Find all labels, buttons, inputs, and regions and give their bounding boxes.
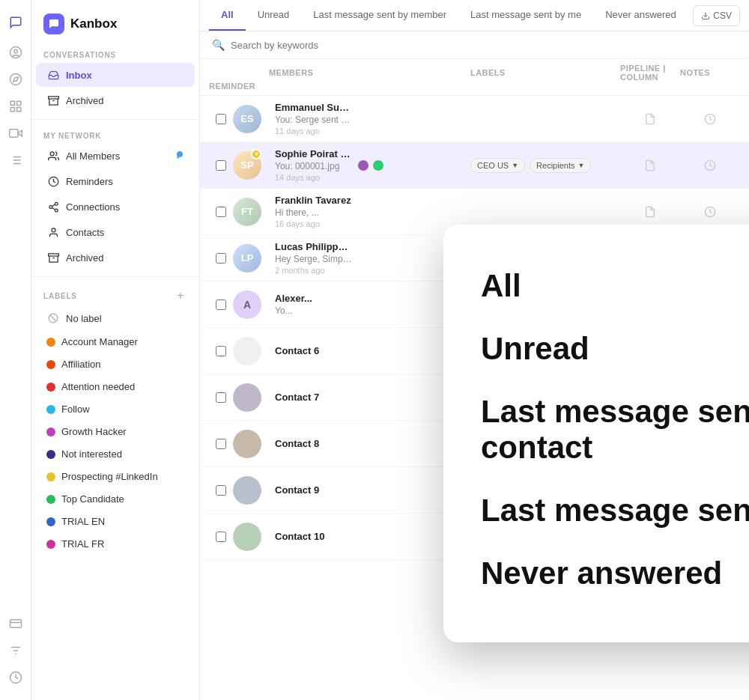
- notes-cell[interactable]: [620, 159, 680, 171]
- conv-name: Contact 9: [275, 484, 352, 496]
- sidebar-item-all-members[interactable]: All Members ✓: [36, 144, 195, 168]
- checkbox-input[interactable]: [216, 346, 226, 356]
- row-checkbox[interactable]: [209, 532, 233, 542]
- svg-rect-7: [16, 108, 20, 112]
- svg-rect-5: [16, 101, 20, 105]
- label-name: No label: [66, 313, 102, 324]
- conv-name: Contact 7: [275, 392, 352, 403]
- archived2-label: Archived: [66, 252, 104, 264]
- main-content: AllUnreadLast message sent by memberLast…: [200, 0, 749, 700]
- search-input[interactable]: [231, 40, 737, 51]
- row-checkbox[interactable]: [209, 392, 233, 403]
- row-checkbox[interactable]: [209, 253, 233, 264]
- archive-icon: [46, 94, 60, 107]
- nav-card-icon[interactable]: [4, 612, 28, 636]
- checkbox-input[interactable]: [216, 253, 226, 264]
- checkbox-input[interactable]: [216, 485, 226, 496]
- tab-never-answered[interactable]: Never answered: [593, 0, 688, 31]
- tab-last-message-sent-by-member[interactable]: Last message sent by member: [301, 0, 458, 31]
- notes-cell[interactable]: [620, 206, 680, 218]
- sidebar-item-archived[interactable]: Archived: [36, 88, 195, 112]
- checkbox-input[interactable]: [216, 114, 226, 124]
- conv-time: 2 months ago: [275, 266, 352, 275]
- conversations-section-label: CONVERSATIONS: [31, 45, 199, 62]
- tooltip-overlay: All Unread Last message sent by contact …: [443, 225, 749, 642]
- col-pipeline: Pipeline | Column: [620, 64, 680, 82]
- label-name: Affiliation: [61, 359, 101, 370]
- reminder-cell[interactable]: [680, 206, 740, 218]
- conv-preview: Hi there, ...: [275, 207, 352, 218]
- notes-cell[interactable]: [620, 113, 680, 125]
- sidebar-item-connections[interactable]: Connections: [36, 195, 195, 219]
- nav-messages-icon[interactable]: [4, 10, 28, 34]
- label-chips: [358, 160, 470, 171]
- label-dot: [46, 472, 55, 481]
- label-name: Not interested: [61, 448, 122, 460]
- label-item-follow[interactable]: Follow: [36, 398, 195, 420]
- conversation-row[interactable]: ES Emmanuel Sunyer - Scrum Master • Coac…: [200, 96, 749, 142]
- checkbox-input[interactable]: [216, 439, 226, 449]
- reminder-cell[interactable]: [680, 159, 740, 171]
- checkbox-input[interactable]: [216, 207, 226, 217]
- label-name: Prospecting #LinkedIn: [61, 471, 158, 482]
- checkbox-input[interactable]: [216, 160, 226, 171]
- label-item-trial-fr[interactable]: TRIAL FR: [36, 533, 195, 555]
- sidebar-item-contacts[interactable]: Contacts: [36, 220, 195, 244]
- nav-list-icon[interactable]: [4, 148, 28, 172]
- row-checkbox[interactable]: [209, 485, 233, 496]
- conv-info: Contact 7: [269, 392, 358, 403]
- add-label-button[interactable]: +: [174, 289, 187, 302]
- label-item-prospecting-#linkedin[interactable]: Prospecting #LinkedIn: [36, 466, 195, 487]
- csv-button[interactable]: CSV: [693, 5, 740, 26]
- row-checkbox[interactable]: [209, 160, 233, 171]
- reminders-label: Reminders: [66, 176, 113, 187]
- nav-explore-icon[interactable]: [4, 67, 28, 91]
- sidebar-item-inbox[interactable]: Inbox: [36, 63, 195, 87]
- checkbox-input[interactable]: [216, 532, 226, 542]
- conv-name: Emmanuel Sunyer - Scrum Master • Coach A…: [275, 102, 352, 113]
- label-item-no-label[interactable]: No label: [36, 306, 195, 330]
- row-checkbox[interactable]: [209, 114, 233, 124]
- row-checkbox[interactable]: [209, 207, 233, 217]
- reminder-cell[interactable]: [680, 113, 740, 125]
- nav-network-icon[interactable]: [4, 40, 28, 64]
- label-item-account-manager[interactable]: Account Manager: [36, 331, 195, 353]
- row-checkbox[interactable]: [209, 346, 233, 356]
- all-members-icon: [46, 149, 60, 162]
- label-item-not-interested[interactable]: Not interested: [36, 443, 195, 465]
- checkbox-input[interactable]: [216, 392, 226, 403]
- label-item-trial-en[interactable]: TRIAL EN: [36, 511, 195, 532]
- conv-info: Lucas Philippot - Décrochez +10 rdv qual…: [269, 241, 358, 275]
- nav-video-icon[interactable]: [4, 121, 28, 145]
- checkbox-input[interactable]: [216, 299, 226, 310]
- label-dot: [46, 360, 55, 369]
- row-checkbox[interactable]: [209, 439, 233, 449]
- pipeline-badge[interactable]: CEO US ▼: [470, 158, 525, 173]
- tab-last-message-sent-by-me[interactable]: Last message sent by me: [458, 0, 593, 31]
- nav-clock-icon[interactable]: [4, 666, 28, 690]
- tab-unread[interactable]: Unread: [246, 0, 302, 31]
- label-item-attention-needed[interactable]: Attention needed: [36, 376, 195, 398]
- label-item-top-candidate[interactable]: Top Candidate: [36, 488, 195, 510]
- sidebar-item-archived2[interactable]: Archived: [36, 246, 195, 270]
- nav-filter-icon[interactable]: [4, 639, 28, 663]
- svg-point-2: [10, 74, 21, 85]
- column-badge[interactable]: Recipients ▼: [530, 158, 591, 173]
- avatar-wrapper: [233, 476, 261, 505]
- conv-info: Franklin Tavarez Hi there, ... 16 days a…: [269, 195, 358, 228]
- label-name: Growth Hacker: [61, 426, 127, 437]
- conversation-row[interactable]: SP ★ Sophie Poirat - Head of Sales & Hea…: [200, 142, 749, 189]
- col-notes: Notes: [680, 68, 740, 77]
- conv-name: Lucas Philippot - Décrochez +10 rdv qual…: [275, 241, 352, 252]
- app-title: Kanbox: [70, 16, 117, 31]
- nav-kanban-icon[interactable]: [4, 94, 28, 118]
- svg-point-26: [55, 202, 58, 205]
- label-item-affiliation[interactable]: Affiliation: [36, 353, 195, 375]
- label-item-growth-hacker[interactable]: Growth Hacker: [36, 421, 195, 442]
- sidebar-item-reminders[interactable]: Reminders: [36, 169, 195, 193]
- tab-all[interactable]: All: [209, 0, 246, 31]
- svg-marker-3: [13, 77, 17, 82]
- svg-line-29: [52, 207, 55, 209]
- svg-point-28: [55, 209, 58, 212]
- row-checkbox[interactable]: [209, 299, 233, 310]
